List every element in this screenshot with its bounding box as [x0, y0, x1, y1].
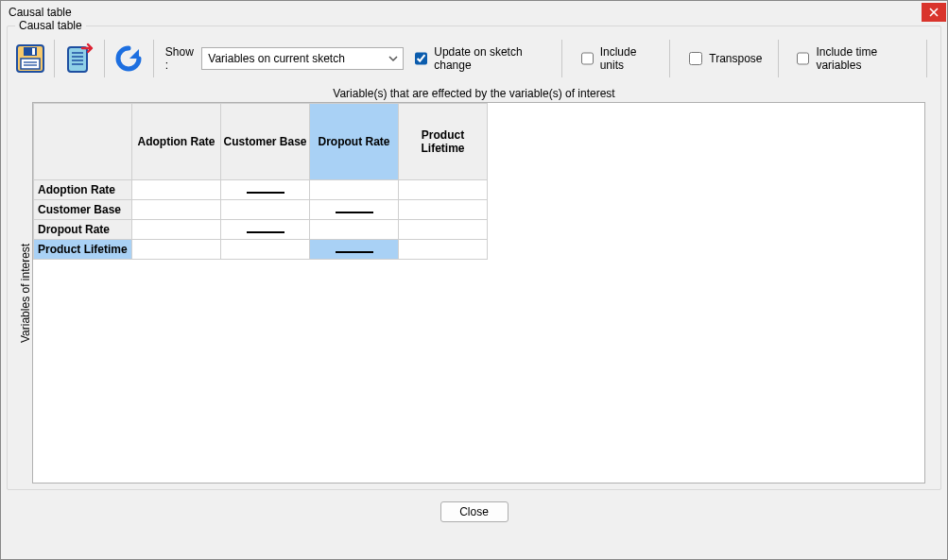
- export-icon: [63, 42, 95, 75]
- effect-axis-label: Variable(s) that are effected by the var…: [13, 87, 935, 100]
- grid-cell[interactable]: [399, 180, 488, 200]
- column-header[interactable]: Adoption Rate: [132, 104, 221, 180]
- table-row: Customer Base: [34, 200, 924, 220]
- table-area: Variables of interest Adoption RateCusto…: [32, 102, 925, 484]
- interest-axis-label: Variables of interest: [19, 102, 32, 484]
- svg-rect-3: [32, 48, 35, 55]
- grid-cell[interactable]: [310, 240, 399, 260]
- close-button[interactable]: Close: [440, 501, 508, 522]
- table-row: Adoption Rate: [34, 180, 924, 200]
- transpose-checkbox-input[interactable]: [689, 52, 702, 65]
- refresh-button[interactable]: [112, 40, 146, 77]
- titlebar: Causal table: [1, 1, 947, 24]
- update-on-sketch-checkbox[interactable]: Update on sketch change: [411, 45, 546, 72]
- timevars-checkbox-label: Include time variables: [816, 45, 911, 72]
- causal-table-group: Causal table: [7, 25, 941, 490]
- grid-cell[interactable]: [221, 180, 310, 200]
- transpose-checkbox-label: Transpose: [709, 52, 762, 65]
- grid-cell[interactable]: [399, 220, 488, 240]
- toolbar-separator: [104, 40, 105, 77]
- toolbar-separator: [778, 40, 779, 77]
- grid-cell[interactable]: [310, 180, 399, 200]
- chevron-down-icon: [388, 52, 399, 65]
- save-button[interactable]: [13, 40, 46, 77]
- grid-cell[interactable]: [132, 200, 221, 220]
- footer: Close: [1, 494, 947, 532]
- show-label: Show :: [165, 45, 196, 72]
- timevars-checkbox-input[interactable]: [797, 52, 809, 65]
- toolbar-separator: [561, 40, 562, 77]
- grid-cell[interactable]: [310, 200, 399, 220]
- row-header[interactable]: Dropout Rate: [34, 220, 132, 240]
- toolbar-separator: [926, 40, 927, 77]
- toolbar: Show : Variables on current sketch Updat…: [13, 36, 935, 81]
- show-combobox[interactable]: Variables on current sketch: [201, 47, 404, 70]
- units-checkbox-label: Include units: [600, 45, 655, 72]
- causal-table[interactable]: Adoption RateCustomer BaseDropout RatePr…: [33, 103, 924, 260]
- update-checkbox-input[interactable]: [415, 52, 427, 65]
- refresh-icon: [112, 42, 145, 75]
- row-header[interactable]: Product Lifetime: [34, 240, 132, 260]
- transpose-checkbox[interactable]: Transpose: [685, 49, 762, 68]
- grid-cell[interactable]: [399, 240, 488, 260]
- grid-cell[interactable]: [221, 220, 310, 240]
- group-label: Causal table: [15, 19, 86, 32]
- close-icon: [929, 8, 939, 17]
- floppy-icon: [14, 42, 46, 75]
- window-close-button[interactable]: [922, 3, 946, 22]
- toolbar-separator: [669, 40, 670, 77]
- include-units-checkbox[interactable]: Include units: [577, 45, 655, 72]
- table-row: Dropout Rate: [34, 220, 924, 240]
- grid-cell[interactable]: [399, 200, 488, 220]
- toolbar-separator: [153, 40, 154, 77]
- row-header[interactable]: Customer Base: [34, 200, 132, 220]
- grid-cell[interactable]: [310, 220, 399, 240]
- causal-grid[interactable]: Adoption RateCustomer BaseDropout RatePr…: [32, 102, 925, 484]
- grid-cell[interactable]: [221, 200, 310, 220]
- grid-cell[interactable]: [132, 240, 221, 260]
- grid-empty-area: [33, 260, 924, 483]
- column-header[interactable]: Dropout Rate: [310, 104, 399, 180]
- column-header[interactable]: Product Lifetime: [399, 104, 488, 180]
- include-timevars-checkbox[interactable]: Include time variables: [793, 45, 911, 72]
- show-combobox-value: Variables on current sketch: [208, 52, 345, 65]
- grid-corner: [34, 104, 132, 180]
- export-button[interactable]: [62, 40, 95, 77]
- row-header[interactable]: Adoption Rate: [34, 180, 132, 200]
- svg-rect-6: [68, 47, 87, 72]
- units-checkbox-input[interactable]: [581, 52, 594, 65]
- column-header[interactable]: Customer Base: [221, 104, 310, 180]
- grid-cell[interactable]: [132, 180, 221, 200]
- grid-cell[interactable]: [132, 220, 221, 240]
- update-checkbox-label: Update on sketch change: [434, 45, 546, 72]
- svg-rect-1: [21, 59, 40, 69]
- table-row: Product Lifetime: [34, 240, 924, 260]
- grid-cell[interactable]: [221, 240, 310, 260]
- causal-table-window: Causal table Causal table: [0, 0, 948, 560]
- toolbar-separator: [54, 40, 55, 77]
- window-title: Causal table: [9, 6, 72, 19]
